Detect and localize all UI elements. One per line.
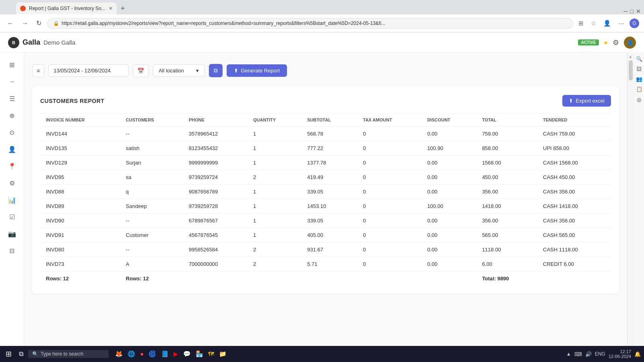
maximize-button[interactable]: □ bbox=[630, 8, 634, 14]
user-avatar[interactable]: 👤 bbox=[624, 37, 636, 49]
table-row[interactable]: INVD135 satish 8123455432 1 777.22 0 100… bbox=[40, 141, 611, 156]
forward-button[interactable]: → bbox=[19, 18, 31, 29]
taskbar-volume-icon[interactable]: 🔊 bbox=[585, 351, 592, 357]
cell-tax: 0 bbox=[357, 257, 422, 272]
right-scrollbar[interactable]: ▲ ▼ bbox=[627, 53, 634, 362]
taskbar-search-text: Type here to search bbox=[41, 351, 83, 357]
start-button[interactable]: ⊞ bbox=[3, 350, 14, 358]
sidebar-item-location[interactable]: 📍 bbox=[5, 159, 19, 173]
taskbar-notification-icon[interactable]: 🔔 bbox=[634, 351, 641, 357]
taskbar-maps-icon[interactable]: 🗺 bbox=[206, 350, 216, 358]
browser-tab[interactable]: Report | Galla GST - Inventory So... ✕ bbox=[16, 2, 117, 14]
sidebar-item-reports[interactable]: 📊 bbox=[5, 193, 19, 207]
browser-avatar[interactable]: G bbox=[630, 19, 639, 28]
cell-discount: 100.90 bbox=[421, 141, 476, 156]
scroll-thumb[interactable] bbox=[629, 60, 633, 80]
sidebar-item-camera[interactable]: 📷 bbox=[5, 226, 19, 241]
cell-tendered: CASH 1568.00 bbox=[537, 156, 611, 170]
cell-qty: 2 bbox=[248, 257, 301, 272]
filter-button[interactable]: ⧉ bbox=[209, 64, 223, 77]
brand-name: Galla bbox=[23, 38, 40, 47]
cell-subtotal: 931.67 bbox=[301, 243, 357, 257]
right-search-icon[interactable]: 🔍 bbox=[636, 56, 642, 62]
tab-close-icon[interactable]: ✕ bbox=[109, 6, 113, 11]
cell-tax: 0 bbox=[357, 156, 422, 170]
menu-toggle-button[interactable]: ≡ bbox=[32, 64, 44, 77]
calendar-button[interactable]: 📅 bbox=[133, 64, 149, 77]
cell-discount: 100.00 bbox=[421, 199, 476, 214]
generate-report-button[interactable]: ⬆ Generate Report bbox=[227, 64, 287, 77]
table-row[interactable]: INVD91 Customer 4567876545 1 405.00 0 0.… bbox=[40, 228, 611, 243]
table-row[interactable]: INVD73 A 7000000000 2 5.71 0 0.00 6.00 C… bbox=[40, 257, 611, 272]
sidebar-item-circle[interactable]: ⊙ bbox=[5, 125, 19, 140]
cell-phone: 9087656789 bbox=[183, 185, 248, 199]
taskbar-yt-icon[interactable]: ▶ bbox=[172, 350, 180, 358]
right-clipboard-icon[interactable]: 📋 bbox=[636, 86, 642, 92]
sidebar-item-arrow[interactable]: → bbox=[5, 74, 19, 89]
cell-discount: 0.00 bbox=[421, 228, 476, 243]
taskbar-chrome-icon[interactable]: 🌀 bbox=[147, 350, 158, 358]
task-view-button[interactable]: ⧉ bbox=[17, 350, 26, 358]
notification-icon[interactable]: ● bbox=[604, 39, 608, 46]
close-button[interactable]: ✕ bbox=[636, 8, 641, 14]
table-row[interactable]: INVD88 q 9087656789 1 339.05 0 0.00 356.… bbox=[40, 185, 611, 199]
minimize-button[interactable]: ─ bbox=[624, 8, 628, 14]
right-users-icon[interactable]: 👥 bbox=[636, 76, 642, 82]
taskbar-store-icon[interactable]: 🏪 bbox=[194, 350, 205, 358]
table-row[interactable]: INVD144 -- 3578965412 1 568.78 0 0.00 75… bbox=[40, 127, 611, 141]
right-image-icon[interactable]: 🖼 bbox=[636, 66, 642, 72]
cell-tax: 0 bbox=[357, 185, 422, 199]
taskbar-firefox-icon[interactable]: 🦊 bbox=[114, 350, 124, 358]
table-row[interactable]: INVD90 -- 6789876567 1 339.05 0 0.00 356… bbox=[40, 214, 611, 228]
table-row[interactable]: INVD80 -- 9958526584 2 931.67 0 0.00 111… bbox=[40, 243, 611, 257]
taskbar-right: ▲ ⌨ 🔊 ENG 12:17 12-06-2024 🔔 bbox=[566, 349, 641, 359]
col-customers: CUSTOMERS bbox=[120, 113, 183, 127]
sidebar-item-checklist[interactable]: ☑ bbox=[5, 210, 19, 224]
cell-customer: Surjan bbox=[120, 156, 183, 170]
taskbar-keyboard-icon[interactable]: ⌨ bbox=[574, 351, 582, 357]
export-excel-button[interactable]: ⬆ Export excel bbox=[562, 95, 611, 107]
right-add-icon[interactable]: ⊕ bbox=[636, 96, 642, 104]
taskbar-fb-icon[interactable]: 📘 bbox=[159, 350, 170, 358]
sidebar-item-add[interactable]: ⊕ bbox=[5, 108, 19, 123]
cell-total: 450.00 bbox=[477, 170, 537, 185]
profile-button[interactable]: 👤 bbox=[601, 19, 613, 28]
sidebar-item-menu[interactable]: ☰ bbox=[5, 91, 19, 106]
url-bar[interactable]: 🔒 https://retail.galla.app/mystorev2/rep… bbox=[47, 18, 573, 29]
upload-icon: ⬆ bbox=[234, 68, 238, 74]
sidebar-item-dashboard[interactable]: ⊞ bbox=[5, 58, 19, 72]
sidebar-item-settings[interactable]: ⚙ bbox=[5, 176, 19, 190]
taskbar-up-arrow[interactable]: ▲ bbox=[566, 351, 571, 357]
location-select[interactable]: All location ▾ bbox=[153, 64, 205, 77]
taskbar-lang: ENG bbox=[595, 351, 605, 357]
table-row[interactable]: INVD89 Sandeep 9739259728 1 1453.10 0 10… bbox=[40, 199, 611, 214]
export-label: Export excel bbox=[576, 98, 605, 104]
menu-button[interactable]: ⋯ bbox=[616, 19, 626, 28]
extensions-button[interactable]: ⊞ bbox=[576, 19, 586, 28]
back-button[interactable]: ← bbox=[5, 18, 16, 29]
location-dropdown-icon: ▾ bbox=[196, 68, 199, 74]
footer-empty-1 bbox=[183, 272, 248, 286]
footer-rows-label-2: Rows: 12 bbox=[120, 272, 183, 286]
cell-phone: 6789876567 bbox=[183, 214, 248, 228]
new-tab-button[interactable]: + bbox=[117, 2, 129, 14]
taskbar-file-icon[interactable]: 📁 bbox=[217, 350, 228, 358]
header-right: ACTIVE ● ⚙ 👤 bbox=[578, 37, 636, 49]
sidebar-item-user[interactable]: 👤 bbox=[5, 142, 19, 156]
cell-tendered: CASH 450.00 bbox=[537, 170, 611, 185]
taskbar-search[interactable]: 🔍 Type here to search bbox=[28, 350, 109, 358]
report-header: CUSTOMERS REPORT ⬆ Export excel bbox=[40, 95, 611, 107]
settings-icon[interactable]: ⚙ bbox=[613, 38, 619, 47]
scroll-track[interactable] bbox=[628, 60, 633, 362]
taskbar-edge-icon[interactable]: 🌐 bbox=[126, 350, 137, 358]
taskbar-close-icon[interactable]: ● bbox=[138, 350, 145, 358]
bookmark-button[interactable]: ☆ bbox=[589, 19, 598, 28]
table-row[interactable]: INVD129 Surjan 9999999999 1 1377.78 0 0.… bbox=[40, 156, 611, 170]
sidebar-item-table[interactable]: ⊟ bbox=[5, 243, 19, 258]
cell-phone: 9739259728 bbox=[183, 199, 248, 214]
taskbar-skype-icon[interactable]: 💬 bbox=[182, 350, 192, 358]
refresh-button[interactable]: ↻ bbox=[34, 18, 44, 29]
table-row[interactable]: INVD95 sa 9739259724 2 419.49 0 0.00 450… bbox=[40, 170, 611, 185]
cell-tax: 0 bbox=[357, 170, 422, 185]
scroll-up-arrow[interactable]: ▲ bbox=[629, 54, 633, 59]
